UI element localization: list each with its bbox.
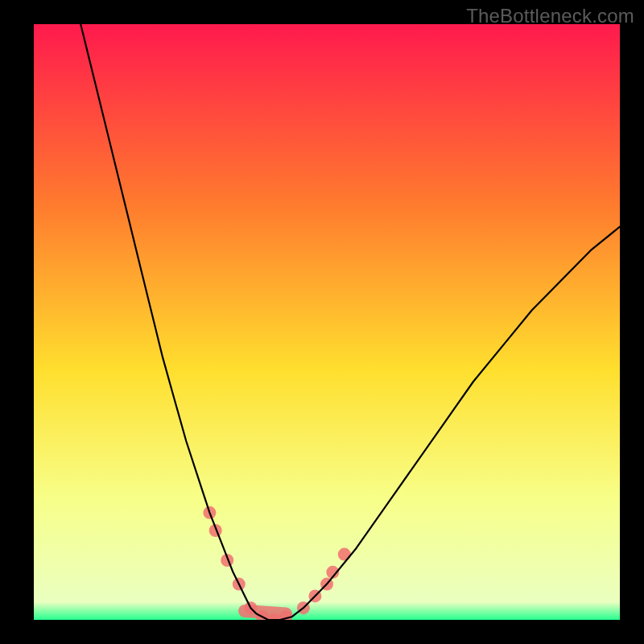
- marker-dot: [338, 548, 351, 561]
- chart-svg: [34, 24, 620, 620]
- watermark-text: TheBottleneck.com: [466, 5, 634, 27]
- plot-area: [34, 24, 620, 620]
- chart-frame: TheBottleneck.com: [0, 0, 644, 644]
- gradient-background: [34, 24, 620, 620]
